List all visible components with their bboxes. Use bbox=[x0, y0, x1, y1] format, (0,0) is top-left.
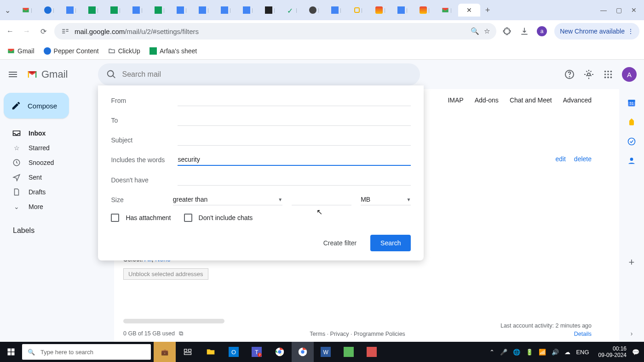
keep-icon[interactable] bbox=[627, 118, 636, 127]
close-tab-icon[interactable]: ✕ bbox=[466, 6, 472, 14]
settings-gear-icon[interactable] bbox=[583, 69, 594, 80]
zoom-icon[interactable]: 🔍 bbox=[471, 27, 479, 35]
open-new-icon[interactable]: ⧉ bbox=[179, 330, 183, 337]
task-explorer[interactable] bbox=[200, 342, 222, 362]
tray-clock[interactable]: 00:16 09-09-2024 bbox=[598, 345, 627, 358]
contacts-icon[interactable] bbox=[627, 156, 636, 165]
policies-link[interactable]: Programme Policies bbox=[354, 331, 405, 337]
browser-tab[interactable]: | bbox=[259, 4, 281, 17]
nav-sent[interactable]: Sent bbox=[4, 170, 110, 185]
tray-mic-icon[interactable]: 🎤 bbox=[500, 349, 507, 356]
side-panel-collapse-icon[interactable]: › bbox=[631, 330, 633, 337]
tray-chevron-icon[interactable]: ⌃ bbox=[489, 349, 494, 356]
size-unit-select[interactable]: MB▼ bbox=[361, 194, 411, 205]
settings-tab-advanced[interactable]: Advanced bbox=[563, 96, 592, 104]
close-window-icon[interactable]: ✕ bbox=[631, 6, 637, 14]
main-menu-icon[interactable] bbox=[7, 69, 18, 80]
apps-grid-icon[interactable] bbox=[603, 69, 614, 80]
doesnt-input[interactable] bbox=[178, 174, 411, 186]
start-button[interactable] bbox=[0, 342, 22, 362]
back-button[interactable]: ← bbox=[5, 26, 16, 37]
downloads-icon[interactable] bbox=[519, 26, 529, 36]
browser-tab[interactable]: | bbox=[304, 4, 325, 17]
browser-tab[interactable]: | bbox=[17, 4, 38, 17]
nav-drafts[interactable]: Drafts bbox=[4, 185, 110, 199]
task-briefcase[interactable]: 💼 bbox=[154, 342, 176, 362]
to-input[interactable] bbox=[178, 114, 411, 126]
add-addon-button[interactable]: + bbox=[629, 256, 635, 268]
browser-tab[interactable]: | bbox=[326, 4, 347, 17]
task-word[interactable]: W bbox=[315, 342, 337, 362]
tray-battery-icon[interactable]: 🔋 bbox=[526, 349, 533, 356]
browser-tab[interactable]: ✓| bbox=[282, 4, 303, 17]
from-input[interactable] bbox=[178, 95, 411, 106]
delete-link[interactable]: delete bbox=[574, 155, 592, 163]
tray-volume-icon[interactable]: 🔊 bbox=[552, 349, 559, 356]
task-outlook[interactable]: O bbox=[223, 342, 245, 362]
taskbar-search[interactable]: 🔍 Type here to search bbox=[22, 344, 151, 360]
account-avatar[interactable]: A bbox=[622, 67, 637, 82]
maximize-icon[interactable]: ▢ bbox=[616, 6, 622, 14]
size-operator-select[interactable]: greater than▼ bbox=[173, 194, 282, 205]
browser-tab[interactable]: | bbox=[392, 4, 413, 17]
has-attachment-checkbox[interactable]: Has attachment bbox=[111, 214, 171, 222]
search-button[interactable]: Search bbox=[370, 235, 411, 251]
gmail-logo[interactable]: Gmail bbox=[26, 68, 68, 81]
task-chrome-active[interactable] bbox=[292, 342, 314, 362]
bookmark-gmail[interactable]: Gmail bbox=[7, 47, 34, 55]
tray-notifications-icon[interactable]: 💬 bbox=[632, 349, 639, 356]
details-link[interactable]: Details bbox=[500, 331, 592, 337]
help-icon[interactable] bbox=[564, 69, 575, 80]
bookmark-clickup[interactable]: ClickUp bbox=[108, 47, 140, 55]
browser-tab-active[interactable]: ✕ bbox=[458, 4, 480, 17]
settings-tab-chat[interactable]: Chat and Meet bbox=[510, 96, 552, 104]
browser-tab[interactable]: | bbox=[237, 4, 259, 17]
settings-tab-imap[interactable]: IMAP bbox=[448, 96, 463, 104]
browser-tab[interactable]: | bbox=[39, 4, 60, 17]
edit-link[interactable]: edit bbox=[555, 155, 566, 163]
reload-button[interactable]: ⟳ bbox=[38, 26, 49, 37]
bookmark-star-icon[interactable]: ☆ bbox=[484, 27, 490, 35]
nav-more[interactable]: ⌄ More bbox=[4, 199, 110, 214]
bookmark-arfaa[interactable]: Arfaa's sheet bbox=[150, 47, 197, 55]
forward-button[interactable]: → bbox=[21, 26, 32, 37]
tray-language[interactable]: ENG bbox=[576, 349, 589, 356]
task-chrome[interactable] bbox=[269, 342, 291, 362]
calendar-icon[interactable]: 31 bbox=[627, 98, 636, 107]
browser-tab[interactable]: | bbox=[171, 4, 192, 17]
tray-onedrive-icon[interactable]: ☁ bbox=[564, 349, 570, 356]
browser-tab[interactable]: | bbox=[149, 4, 170, 17]
tasks-icon[interactable] bbox=[627, 137, 636, 146]
privacy-link[interactable]: Privacy bbox=[330, 331, 349, 337]
browser-tab[interactable]: | bbox=[414, 4, 435, 17]
bookmark-pepper[interactable]: Pepper Content bbox=[44, 47, 99, 55]
minimize-icon[interactable]: — bbox=[600, 6, 607, 14]
browser-tab[interactable]: | bbox=[436, 4, 457, 17]
subject-input[interactable] bbox=[178, 134, 411, 146]
task-camtasia-green[interactable] bbox=[338, 342, 360, 362]
task-camtasia-red[interactable] bbox=[361, 342, 383, 362]
terms-link[interactable]: Terms bbox=[310, 331, 325, 337]
omnibox[interactable]: mail.google.com/mail/u/2/#settings/filte… bbox=[54, 23, 496, 40]
chrome-profile-avatar[interactable]: a bbox=[537, 26, 547, 36]
browser-tab[interactable]: | bbox=[370, 4, 391, 17]
browser-tab[interactable]: | bbox=[83, 4, 104, 17]
task-teams[interactable]: T7 bbox=[246, 342, 268, 362]
browser-tab[interactable]: | bbox=[105, 4, 126, 17]
nav-inbox[interactable]: Inbox 5 bbox=[4, 126, 110, 141]
new-chrome-button[interactable]: New Chrome available ⋮ bbox=[554, 23, 639, 40]
search-mail-bar[interactable] bbox=[98, 63, 420, 85]
new-tab-button[interactable]: + bbox=[481, 6, 494, 15]
browser-tab[interactable]: | bbox=[127, 4, 148, 17]
browser-tab[interactable]: | bbox=[348, 4, 369, 17]
browser-tab[interactable]: | bbox=[61, 4, 82, 17]
search-input[interactable] bbox=[122, 70, 412, 79]
tray-wifi-icon[interactable]: 📶 bbox=[539, 349, 546, 356]
nav-starred[interactable]: ☆ Starred bbox=[4, 141, 110, 155]
nav-snoozed[interactable]: Snoozed bbox=[4, 155, 110, 170]
create-filter-button[interactable]: Create filter bbox=[318, 236, 362, 250]
tray-globe-icon[interactable]: 🌐 bbox=[513, 349, 520, 356]
includes-input[interactable] bbox=[178, 154, 411, 166]
task-view-icon[interactable] bbox=[177, 342, 199, 362]
browser-tab[interactable]: | bbox=[193, 4, 214, 17]
